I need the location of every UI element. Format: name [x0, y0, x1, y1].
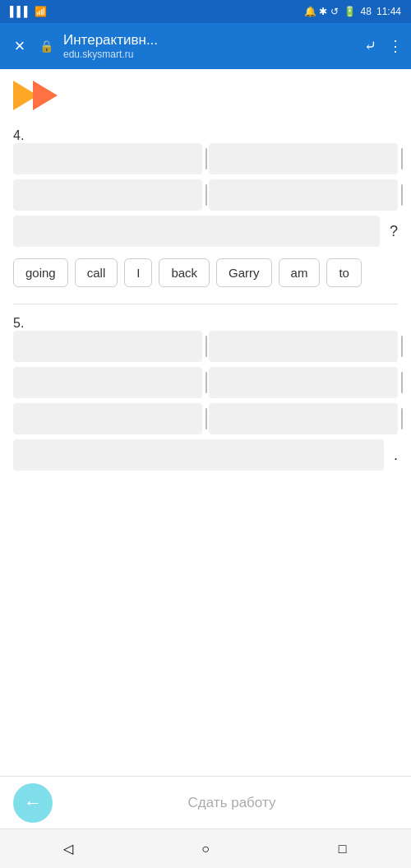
- status-left: ▌▌▌ 📶: [10, 6, 47, 17]
- lock-icon: 🔒: [39, 39, 53, 53]
- nav-home-icon: ○: [201, 842, 210, 856]
- section-divider: [13, 304, 398, 304]
- toolbar-icons: ⤶ ⋮: [364, 37, 403, 55]
- drop-zone-q5-6[interactable]: [209, 403, 398, 434]
- q5-row-4: .: [13, 439, 398, 471]
- drop-zone-q5-4[interactable]: [209, 367, 398, 398]
- drop-zone-5[interactable]: [13, 216, 380, 247]
- status-bar: ▌▌▌ 📶 🔔 ✱ ↺ 🔋 48 11:44: [0, 0, 411, 23]
- q4-row2-left: [13, 179, 202, 211]
- question-4-number: 4.: [13, 128, 24, 142]
- drop-zone-q5-5[interactable]: [13, 403, 202, 434]
- q5-row2-right: [209, 367, 398, 398]
- battery-icon: 🔋: [344, 6, 356, 17]
- address-bar[interactable]: Интерактивн... edu.skysmart.ru: [63, 32, 356, 60]
- android-nav-bar: ◁ ○ □: [0, 829, 411, 868]
- drop-zone-4[interactable]: [209, 179, 398, 211]
- q5-row3-left: [13, 403, 202, 434]
- question-5-number: 5.: [13, 316, 24, 330]
- q4-row1-left: [13, 143, 202, 174]
- q5-row2-left: [13, 367, 202, 398]
- main-content: 4. ? going call I bac: [0, 69, 411, 776]
- back-arrow-icon: ←: [24, 792, 42, 814]
- drop-zone-1[interactable]: [13, 143, 202, 174]
- word-chip-Garry[interactable]: Garry: [216, 258, 272, 287]
- q5-row-2: [13, 367, 398, 398]
- close-button[interactable]: ×: [8, 35, 31, 57]
- word-chip-going[interactable]: going: [13, 258, 68, 287]
- play-triangle-2: [33, 81, 58, 110]
- q5-row1-left: [13, 331, 202, 362]
- browser-toolbar: × 🔒 Интерактивн... edu.skysmart.ru ⤶ ⋮: [0, 23, 411, 69]
- submit-label[interactable]: Сдать работу: [66, 795, 398, 811]
- status-right: 🔔 ✱ ↺ 🔋 48 11:44: [304, 6, 401, 17]
- back-button[interactable]: ←: [13, 783, 53, 823]
- nav-recents-icon: □: [339, 842, 347, 856]
- wifi-icon: 📶: [35, 6, 47, 17]
- word-bank: going call I back Garry am to: [13, 258, 398, 287]
- q5-row-1: [13, 331, 398, 362]
- word-chip-am[interactable]: am: [279, 258, 321, 287]
- drop-zone-q5-1[interactable]: [13, 331, 202, 362]
- notification-icons: 🔔 ✱ ↺: [304, 6, 339, 17]
- question-mark: ?: [390, 223, 398, 240]
- clock: 11:44: [376, 6, 401, 17]
- q4-row2-right: [209, 179, 398, 211]
- question-5-section: 5.: [13, 316, 398, 471]
- q4-row-2: [13, 179, 398, 211]
- q5-row-3: [13, 403, 398, 434]
- nav-back-button[interactable]: ◁: [55, 836, 81, 862]
- word-chip-call[interactable]: call: [75, 258, 118, 287]
- drop-zone-q5-3[interactable]: [13, 367, 202, 398]
- q5-row3-right: [209, 403, 398, 434]
- q4-row1-right: [209, 143, 398, 174]
- q4-row-1: [13, 143, 398, 174]
- signal-icon: ▌▌▌: [10, 6, 31, 17]
- word-chip-to[interactable]: to: [326, 258, 362, 287]
- q5-row1-right: [209, 331, 398, 362]
- drop-zone-3[interactable]: [13, 179, 202, 211]
- drop-zone-q5-7[interactable]: [13, 439, 384, 471]
- play-logo: [13, 81, 398, 114]
- battery-level: 48: [361, 6, 372, 17]
- word-chip-I[interactable]: I: [124, 258, 152, 287]
- nav-recents-button[interactable]: □: [330, 836, 356, 862]
- question-4-section: 4. ?: [13, 128, 398, 247]
- drop-zone-2[interactable]: [209, 143, 398, 174]
- nav-home-button[interactable]: ○: [192, 836, 219, 862]
- page-title: Интерактивн...: [63, 32, 158, 49]
- bottom-bar: ← Сдать работу: [0, 776, 411, 829]
- share-icon[interactable]: ⤶: [364, 37, 376, 55]
- q4-row-3: ?: [13, 216, 398, 247]
- nav-back-icon: ◁: [63, 841, 73, 856]
- menu-icon[interactable]: ⋮: [388, 37, 403, 55]
- word-chip-back[interactable]: back: [159, 258, 210, 287]
- drop-zone-q5-2[interactable]: [209, 331, 398, 362]
- period-mark: .: [394, 447, 398, 464]
- page-url: edu.skysmart.ru: [63, 49, 133, 60]
